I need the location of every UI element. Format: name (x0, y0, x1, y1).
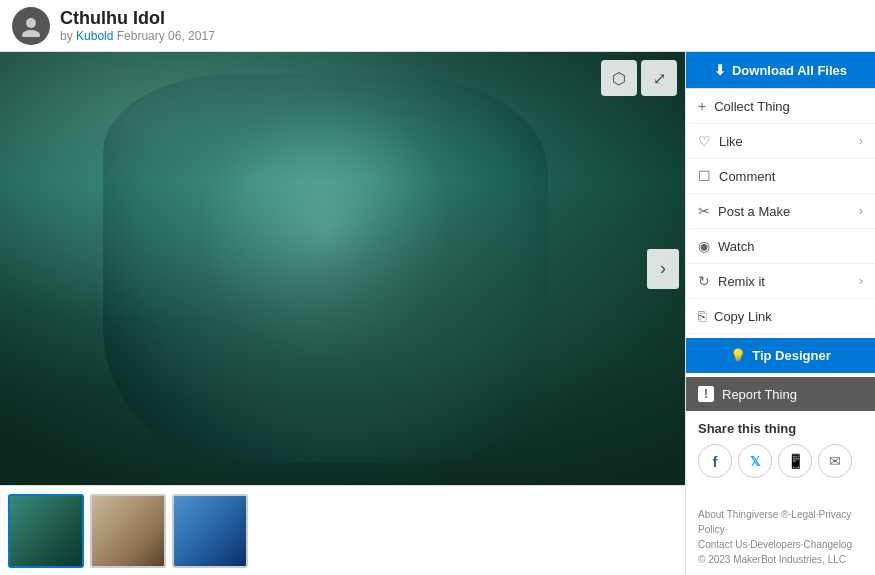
report-label: Report Thing (722, 387, 797, 402)
share-title: Share this thing (698, 421, 863, 436)
expand-button[interactable]: ⤢ (641, 60, 677, 96)
share-email-button[interactable]: ✉ (818, 444, 852, 478)
footer-links: About Thingiverse ®·Legal·Privacy Policy… (686, 499, 875, 575)
main-image-wrapper: ⬡ ⤢ › (0, 52, 685, 485)
collect-thing-button[interactable]: + Collect Thing (686, 88, 875, 124)
download-all-button[interactable]: ⬇ Download All Files (686, 52, 875, 88)
warn-icon: ! (698, 386, 714, 402)
page-meta: by Kubold February 06, 2017 (60, 29, 215, 43)
share-whatsapp-button[interactable]: 📱 (778, 444, 812, 478)
image-overlay-icons: ⬡ ⤢ (601, 60, 677, 96)
tip-icon: 💡 (730, 348, 746, 363)
svg-point-0 (26, 18, 36, 28)
share-twitter-button[interactable]: 𝕏 (738, 444, 772, 478)
sidebar: ⬇ Download All Files + Collect Thing ♡ L… (685, 52, 875, 575)
main-image (0, 52, 685, 485)
author-prefix: by (60, 29, 73, 43)
main-content: ⬡ ⤢ › ⬇ Download All Files + Collect Thi… (0, 52, 875, 575)
like-arrow: › (859, 134, 863, 148)
download-icon: ⬇ (714, 62, 726, 78)
remix-label: Remix it (718, 274, 851, 289)
link-icon: ⎘ (698, 308, 706, 324)
comment-button[interactable]: ☐ Comment (686, 159, 875, 194)
next-image-button[interactable]: › (647, 249, 679, 289)
post-date: February 06, 2017 (117, 29, 215, 43)
svg-point-1 (22, 30, 40, 37)
plus-icon: + (698, 98, 706, 114)
remix-arrow: › (859, 274, 863, 288)
eye-icon: ◉ (698, 238, 710, 254)
thumbnails-strip (0, 485, 685, 575)
collect-label: Collect Thing (714, 99, 863, 114)
like-button[interactable]: ♡ Like › (686, 124, 875, 159)
thumbnail-3[interactable] (172, 494, 248, 568)
post-make-label: Post a Make (718, 204, 851, 219)
comment-icon: ☐ (698, 168, 711, 184)
tip-label: Tip Designer (752, 348, 831, 363)
download-label: Download All Files (732, 63, 847, 78)
post-make-arrow: › (859, 204, 863, 218)
watch-label: Watch (718, 239, 863, 254)
author-link[interactable]: Kubold (76, 29, 113, 43)
title-block: Cthulhu Idol by Kubold February 06, 2017 (60, 8, 215, 43)
thumbnail-1[interactable] (8, 494, 84, 568)
avatar (12, 7, 50, 45)
copy-link-button[interactable]: ⎘ Copy Link (686, 299, 875, 334)
footer-line3: © 2023 MakerBot Industries, LLC (698, 554, 846, 565)
like-label: Like (719, 134, 851, 149)
watch-button[interactable]: ◉ Watch (686, 229, 875, 264)
tip-designer-button[interactable]: 💡 Tip Designer (686, 338, 875, 373)
share-section: Share this thing f 𝕏 📱 ✉ (686, 411, 875, 488)
copy-link-label: Copy Link (714, 309, 863, 324)
report-thing-button[interactable]: ! Report Thing (686, 377, 875, 411)
thumbnail-2[interactable] (90, 494, 166, 568)
page-header: Cthulhu Idol by Kubold February 06, 2017 (0, 0, 875, 52)
scissors-icon: ✂ (698, 203, 710, 219)
page-title: Cthulhu Idol (60, 8, 215, 29)
heart-icon: ♡ (698, 133, 711, 149)
3d-view-button[interactable]: ⬡ (601, 60, 637, 96)
footer-line2: Contact Us·Developers·Changelog (698, 539, 852, 550)
post-make-button[interactable]: ✂ Post a Make › (686, 194, 875, 229)
image-area: ⬡ ⤢ › (0, 52, 685, 575)
share-buttons: f 𝕏 📱 ✉ (698, 444, 863, 478)
share-facebook-button[interactable]: f (698, 444, 732, 478)
remix-icon: ↻ (698, 273, 710, 289)
footer-line1: About Thingiverse ®·Legal·Privacy Policy… (698, 509, 851, 535)
comment-label: Comment (719, 169, 863, 184)
remix-button[interactable]: ↻ Remix it › (686, 264, 875, 299)
